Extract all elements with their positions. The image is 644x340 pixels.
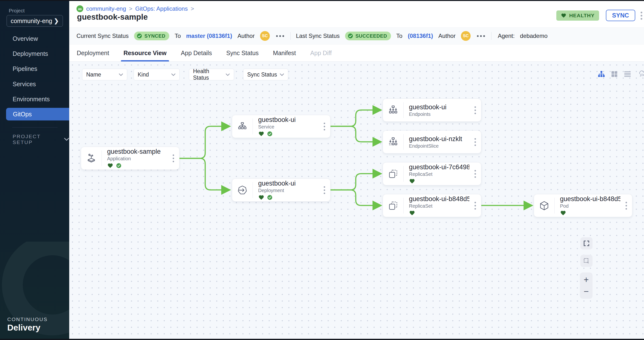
sidebar-item-overview[interactable]: Overview [0, 32, 69, 45]
replicaset-icon [383, 168, 403, 180]
sidebar-item-label: Overview [13, 35, 38, 42]
sidebar-item-label: GitOps [13, 111, 32, 118]
main-content: ∞ community-eng > GitOps: Applications >… [69, 1, 644, 339]
tab-sync-status[interactable]: Sync Status [226, 44, 258, 62]
healthy-heart-icon [409, 178, 415, 184]
node-kind: Pod [560, 203, 620, 209]
node-menu-kebab-icon[interactable] [470, 162, 481, 185]
node-status [409, 210, 470, 216]
node-menu-kebab-icon[interactable] [168, 147, 179, 170]
check-circle-icon [348, 33, 353, 39]
filter-sync-status[interactable]: Sync Status [243, 69, 288, 80]
node-menu-kebab-icon[interactable] [470, 194, 481, 217]
node-menu-kebab-icon[interactable] [318, 115, 330, 138]
resource-node-replicaset-b848d5d9d[interactable]: guestbook-ui-b848d5d9d ReplicaSet [383, 194, 481, 217]
synced-check-icon [116, 163, 122, 168]
author-avatar: SC [461, 31, 470, 41]
zoom-controls: + − [580, 272, 592, 299]
breadcrumb-link-applications[interactable]: GitOps: Applications [135, 5, 188, 12]
list-view-icon[interactable] [624, 70, 631, 78]
resource-node-pod[interactable]: guestbook-ui-b848d5d9... Pod [534, 194, 632, 217]
node-kind: Service [258, 124, 318, 130]
current-sync-revision-link[interactable]: master (08136f1) [186, 32, 232, 39]
project-label: Project [9, 8, 24, 14]
more-options-icon[interactable] [275, 35, 285, 37]
resource-node-application[interactable]: guestbook-sample Application [81, 147, 180, 170]
sidebar-item-label: Deployments [13, 50, 48, 57]
filter-health-status[interactable]: Health Status [189, 69, 234, 80]
divider [290, 32, 291, 40]
tab-manifest[interactable]: Manifest [273, 44, 296, 62]
marquee-select-button[interactable] [580, 255, 592, 267]
synced-check-icon [267, 131, 273, 137]
tab-deployment[interactable]: Deployment [77, 44, 109, 62]
resource-node-endpoints[interactable]: guestbook-ui Endpoints [383, 98, 481, 122]
chevron-down-icon [64, 138, 69, 141]
more-options-icon[interactable] [476, 35, 486, 37]
resource-node-deployment[interactable]: guestbook-ui Deployment [232, 178, 330, 202]
current-sync-status-label: Current Sync Status [76, 32, 129, 39]
node-menu-kebab-icon[interactable] [470, 99, 481, 122]
heart-icon [561, 13, 566, 18]
app-menu-kebab-icon[interactable] [640, 12, 644, 20]
grid-view-icon[interactable] [611, 70, 618, 78]
resource-tree-canvas[interactable]: Name Kind Health Status Sync Status [69, 62, 644, 339]
node-name: guestbook-ui-b848d5d9d [409, 195, 470, 203]
health-badge-label: HEALTHY [569, 13, 595, 18]
endpoints-icon [383, 105, 403, 116]
sidebar-item-pipelines[interactable]: Pipelines [0, 62, 69, 75]
sidebar-item-services[interactable]: Services [0, 78, 69, 90]
resource-node-endpointslice[interactable]: guestbook-ui-nzklt EndpointSlice [383, 130, 481, 154]
tab-app-details[interactable]: App Details [181, 44, 212, 62]
zoom-in-button[interactable]: + [584, 276, 589, 284]
harness-gitops-application-page: Project community-eng ❯ Overview Deploym… [0, 0, 644, 340]
gitops-infinity-icon: ∞ [76, 5, 83, 12]
window-top-edge [0, 0, 644, 1]
tab-app-diff: App Diff [310, 44, 332, 62]
cluster-view-icon[interactable] [638, 70, 644, 78]
filter-kind[interactable]: Kind [134, 69, 180, 80]
resource-node-service[interactable]: guestbook-ui Service [232, 115, 330, 138]
breadcrumb-separator: > [129, 5, 132, 12]
healthy-heart-icon [107, 163, 114, 168]
breadcrumb-link-project[interactable]: community-eng [86, 5, 126, 12]
sidebar-item-label: Environments [13, 96, 50, 103]
node-name: guestbook-ui [258, 180, 318, 187]
node-status [258, 131, 318, 137]
sidebar-item-label: Pipelines [13, 65, 37, 72]
sidebar: Project community-eng ❯ Overview Deploym… [0, 1, 69, 339]
succeeded-badge-label: SUCCEEDED [356, 33, 387, 39]
project-selector[interactable]: community-eng ❯ [6, 15, 63, 27]
node-menu-kebab-icon[interactable] [318, 179, 330, 201]
page-header: ∞ community-eng > GitOps: Applications >… [69, 1, 644, 28]
breadcrumb: ∞ community-eng > GitOps: Applications > [76, 5, 194, 12]
tab-resource-view[interactable]: Resource View [123, 44, 166, 62]
healthy-heart-icon [258, 194, 264, 200]
node-menu-kebab-icon[interactable] [470, 131, 481, 153]
node-menu-kebab-icon[interactable] [620, 194, 632, 217]
window-bottom-edge [0, 339, 644, 340]
healthy-heart-icon [409, 210, 415, 216]
last-sync-revision-link[interactable]: (08136f1) [408, 32, 433, 39]
sidebar-item-gitops[interactable]: GitOps [6, 108, 69, 120]
synced-badge-label: SYNCED [144, 33, 165, 39]
synced-badge: SYNCED [134, 32, 169, 40]
tree-view-icon[interactable] [598, 70, 605, 78]
filter-label: Sync Status [247, 72, 277, 78]
sidebar-item-deployments[interactable]: Deployments [0, 47, 69, 60]
deployment-icon [232, 184, 252, 196]
header-actions: HEALTHY SYNC [556, 10, 635, 21]
fit-to-screen-button[interactable] [580, 237, 592, 250]
sidebar-item-environments[interactable]: Environments [0, 93, 69, 106]
resource-node-replicaset-7c64987dc9[interactable]: guestbook-ui-7c64987dc9 ReplicaSet [383, 162, 481, 185]
sync-button[interactable]: SYNC [606, 10, 635, 21]
node-kind: ReplicaSet [409, 203, 470, 209]
project-setup-toggle[interactable]: PROJECT SETUP [13, 134, 69, 145]
node-name: guestbook-ui-b848d5d9... [560, 195, 620, 203]
pod-icon [534, 200, 554, 211]
filter-name[interactable]: Name [82, 69, 127, 80]
agent-value: debademo [520, 32, 547, 39]
node-status [560, 210, 620, 216]
zoom-out-button[interactable]: − [584, 287, 589, 296]
project-selector-value: community-eng [11, 18, 52, 24]
